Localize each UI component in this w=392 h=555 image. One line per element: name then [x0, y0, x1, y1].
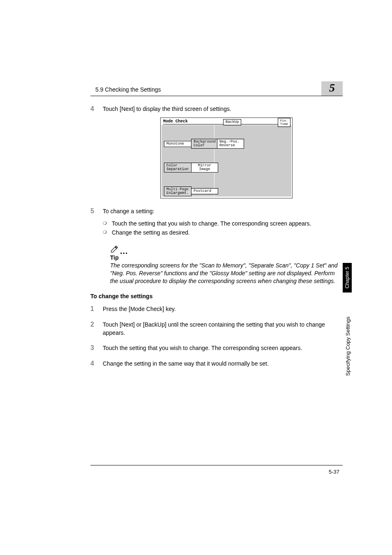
color-separation-button[interactable]: Color Separation	[164, 163, 191, 173]
s2-step-1: 1 Press the [Mode Check] key.	[90, 305, 343, 313]
tip-label: Tip	[110, 254, 343, 261]
monotone-button[interactable]: Monotone	[164, 141, 191, 147]
step-5: 5 To change a setting:	[90, 207, 343, 216]
chapter-badge: 5	[321, 81, 343, 96]
tip-block: ... Tip The corresponding screens for th…	[110, 244, 343, 285]
step-text: Change the setting in the same way that …	[103, 360, 269, 368]
step-number: 1	[90, 305, 103, 313]
step-number: 3	[90, 344, 103, 352]
multi-page-button[interactable]: Multi-Page Enlargemt.	[164, 187, 191, 196]
substep-text: Touch the setting that you wish to chang…	[112, 219, 311, 228]
bullet-icon: ❍	[103, 219, 112, 228]
step-number: 5	[90, 207, 103, 216]
mode-check-screenshot: Mode Check BackUp Fin. Time Monotone Bac…	[160, 117, 293, 198]
background-color-button[interactable]: Background Color	[191, 139, 218, 149]
step-text: Press the [Mode Check] key.	[103, 305, 176, 313]
step-4: 4 Touch [Next] to display the third scre…	[90, 105, 343, 113]
section-heading: To change the settings	[90, 293, 343, 299]
chapter-number: 5	[329, 81, 335, 94]
step-text: To change a setting:	[103, 207, 154, 216]
substep-text: Change the setting as desired.	[112, 228, 190, 237]
header-rule	[90, 96, 343, 96]
step-number: 4	[90, 360, 103, 368]
fin-time-button[interactable]: Fin. Time	[278, 118, 291, 127]
step-number: 2	[90, 321, 103, 337]
step-text: Touch [Next] or [BackUp] until the scree…	[103, 321, 343, 337]
step-number: 4	[90, 105, 103, 113]
s2-step-3: 3 Touch the setting that you wish to cha…	[90, 344, 343, 352]
substep-2: ❍ Change the setting as desired.	[103, 228, 343, 237]
mirror-image-button[interactable]: Mirror Image	[191, 163, 218, 173]
step-text: Touch the setting that you wish to chang…	[103, 344, 302, 352]
screenshot-title: Mode Check	[163, 119, 188, 124]
section-title: 5.9 Checking the Settings	[95, 86, 161, 93]
chapter-side-tab: Chapter 5	[343, 263, 352, 292]
ellipsis-icon: ...	[120, 249, 128, 253]
neg-pos-reverse-button[interactable]: Neg.-Pos. Reverse	[217, 139, 244, 149]
bullet-icon: ❍	[103, 228, 112, 237]
postcard-button[interactable]: Postcard	[191, 188, 218, 194]
s2-step-4: 4 Change the setting in the same way tha…	[90, 360, 343, 368]
backup-button[interactable]: BackUp	[223, 119, 241, 125]
tip-text: The corresponding screens for the "Scan …	[110, 262, 343, 285]
footer-rule	[90, 465, 343, 465]
s2-step-2: 2 Touch [Next] or [BackUp] until the scr…	[90, 321, 343, 337]
pencil-icon	[110, 244, 119, 253]
substep-1: ❍ Touch the setting that you wish to cha…	[103, 219, 343, 228]
page-number: 5-37	[329, 469, 339, 475]
side-label: Specifying Copy Settings	[345, 300, 351, 376]
step-text: Touch [Next] to display the third screen…	[103, 105, 231, 113]
